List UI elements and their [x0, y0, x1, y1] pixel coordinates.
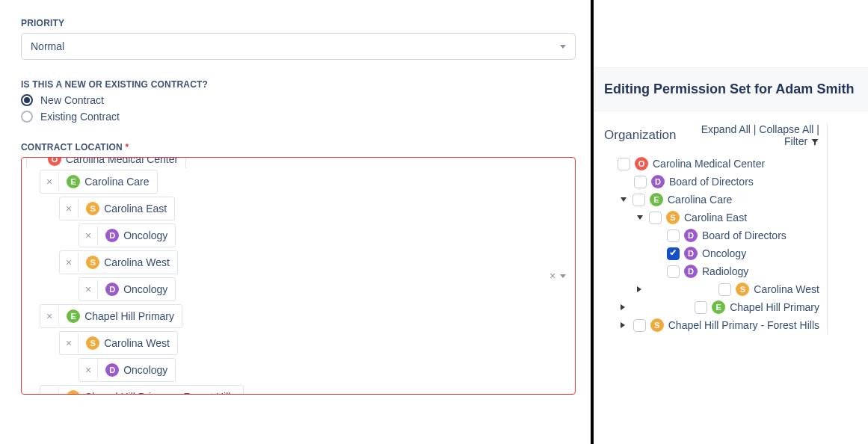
org-type-badge: D: [105, 283, 119, 296]
contract-type-label: IS THIS A NEW OR EXISTING CONTRACT?: [21, 79, 576, 90]
remove-chip-icon[interactable]: ×: [60, 253, 79, 272]
priority-select[interactable]: Normal: [21, 33, 576, 60]
tree-node-label: Carolina East: [684, 212, 747, 223]
chevron-down-icon[interactable]: [637, 215, 643, 220]
remove-chip-icon[interactable]: ×: [40, 306, 59, 326]
org-type-badge: D: [105, 363, 119, 377]
location-chip[interactable]: ×EChapel Hill Primary: [40, 304, 182, 328]
collapse-all-link[interactable]: Collapse All: [759, 123, 813, 135]
tree-node-label: Board of Directors: [702, 229, 787, 241]
chevron-right-icon[interactable]: [621, 304, 689, 310]
tree-node-label: Carolina West: [754, 283, 819, 295]
radio-new-contract[interactable]: New Contract: [21, 94, 576, 106]
filter-icon: [810, 135, 819, 147]
tree-node-label: Radiology: [702, 265, 748, 277]
permission-checkbox[interactable]: [718, 283, 731, 296]
remove-chip-icon[interactable]: ×: [40, 172, 59, 191]
chevron-down-icon[interactable]: [621, 197, 627, 202]
org-type-badge: S: [67, 390, 80, 394]
expand-all-link[interactable]: Expand All: [701, 123, 751, 135]
org-type-badge: O: [635, 157, 648, 170]
chip-label: Chapel Hill Primary - Forest Hills: [84, 392, 236, 394]
location-multiselect[interactable]: ⌃OCarolina Medical Center×ECarolina Care…: [21, 157, 576, 395]
tree-node-label: Carolina Care: [668, 194, 732, 206]
chip-label: Carolina Medical Center: [66, 158, 178, 165]
radio-existing-contract[interactable]: Existing Contract: [21, 111, 576, 123]
tree-node-label: Chapel Hill Primary - Forest Hills: [668, 319, 819, 331]
tree-row: DRadiology: [653, 262, 819, 280]
tree-row: DBoard of Directors: [621, 173, 819, 191]
chevron-down-icon[interactable]: [560, 274, 566, 278]
chip-label: Oncology: [123, 365, 167, 375]
permission-checkbox[interactable]: [667, 247, 680, 260]
location-chip[interactable]: ×SCarolina West: [59, 331, 178, 355]
location-chip[interactable]: ×DOncology: [79, 358, 176, 382]
permission-checkbox[interactable]: [618, 158, 630, 170]
location-chip[interactable]: ×DOncology: [79, 277, 176, 301]
right-pane: Editing Permission Set for Adam Smith Or…: [594, 0, 868, 444]
org-type-badge: E: [67, 175, 80, 188]
location-chip[interactable]: ×SCarolina East: [59, 197, 175, 221]
chip-label: Carolina Care: [84, 176, 149, 187]
org-type-badge: S: [86, 336, 99, 350]
remove-chip-icon[interactable]: ×: [79, 360, 98, 380]
location-field: CONTRACT LOCATION * ⌃OCarolina Medical C…: [21, 142, 576, 395]
org-type-badge: D: [105, 229, 119, 242]
remove-chip-icon[interactable]: ×: [40, 387, 59, 394]
remove-chip-icon[interactable]: ×: [79, 280, 98, 299]
chip-label: Oncology: [123, 284, 167, 295]
filter-link[interactable]: Filter: [784, 135, 819, 147]
location-chip[interactable]: ×DOncology: [79, 223, 176, 247]
radio-existing-label: Existing Contract: [40, 111, 120, 123]
remove-chip-icon[interactable]: ×: [60, 333, 79, 353]
permission-checkbox[interactable]: [633, 319, 646, 332]
tree-actions: Expand All | Collapse All | Filter: [701, 123, 819, 147]
org-type-badge: E: [67, 309, 80, 323]
tree-row: DBoard of Directors: [653, 226, 819, 244]
priority-label: PRIORITY: [21, 18, 576, 28]
org-type-badge: D: [684, 265, 698, 278]
org-type-badge: O: [48, 158, 61, 166]
tree-node-label: Chapel Hill Primary: [730, 301, 819, 313]
location-label-row: CONTRACT LOCATION *: [21, 142, 576, 152]
chip-label: Carolina East: [104, 203, 167, 214]
org-type-badge: D: [684, 229, 698, 242]
remove-chip-icon[interactable]: ×: [79, 226, 98, 245]
location-tree[interactable]: ⌃OCarolina Medical Center×ECarolina Care…: [22, 158, 541, 394]
chevron-right-icon[interactable]: [621, 322, 627, 328]
clear-all-icon[interactable]: ×: [550, 270, 555, 282]
org-type-badge: E: [650, 193, 663, 206]
location-chip-root[interactable]: ⌃OCarolina Medical Center: [26, 158, 186, 168]
chip-label: Carolina West: [104, 338, 170, 348]
remove-chip-icon[interactable]: ×: [60, 199, 79, 218]
location-label: CONTRACT LOCATION: [21, 142, 123, 152]
location-chip[interactable]: ×SChapel Hill Primary - Forest Hills: [40, 385, 244, 394]
org-type-badge: S: [86, 256, 99, 269]
chip-label: Carolina West: [104, 257, 170, 268]
permission-checkbox[interactable]: [634, 176, 647, 188]
radio-unselected-icon: [21, 111, 33, 123]
right-header: Editing Permission Set for Adam Smith: [594, 67, 868, 111]
permission-checkbox[interactable]: [632, 194, 645, 206]
chip-label: Oncology: [123, 230, 167, 241]
left-pane: PRIORITY Normal IS THIS A NEW OR EXISTIN…: [0, 0, 594, 444]
organization-panel: Organization Expand All | Collapse All |…: [604, 123, 828, 334]
permission-checkbox[interactable]: [667, 229, 680, 242]
tree-row: DOncology: [653, 244, 819, 262]
collapse-icon[interactable]: ⌃: [28, 158, 39, 164]
chevron-right-icon[interactable]: [637, 286, 712, 292]
radio-new-label: New Contract: [40, 94, 104, 106]
permission-checkbox[interactable]: [649, 212, 662, 224]
org-type-badge: S: [86, 202, 99, 215]
tree-node-label: Oncology: [702, 247, 746, 259]
tree-node-label: Carolina Medical Center: [653, 158, 765, 170]
contract-type-field: IS THIS A NEW OR EXISTING CONTRACT? New …: [21, 79, 576, 123]
org-type-badge: S: [666, 211, 680, 224]
radio-selected-icon: [21, 94, 33, 106]
location-chip[interactable]: ×ECarolina Care: [40, 170, 158, 194]
permission-checkbox[interactable]: [667, 265, 680, 278]
location-chip[interactable]: ×SCarolina West: [59, 250, 178, 274]
tree-row: SCarolina East: [637, 209, 819, 226]
location-side-controls: ×: [541, 158, 575, 394]
permission-checkbox[interactable]: [695, 301, 707, 314]
